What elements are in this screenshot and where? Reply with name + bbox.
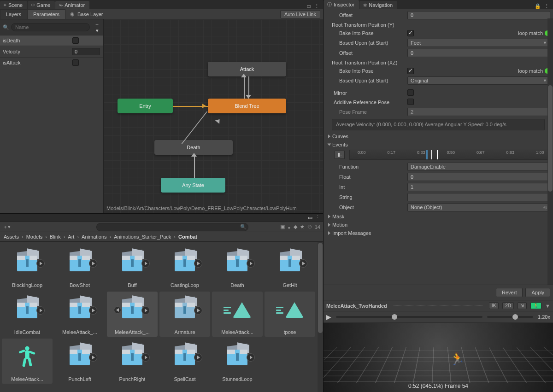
eye-icon[interactable]: ◉ — [70, 11, 75, 17]
parameter-row[interactable]: isDeath — [0, 35, 103, 46]
crumb[interactable]: Combat — [178, 234, 197, 240]
tab-animator[interactable]: ↬Animator — [55, 1, 89, 9]
tab-navigation[interactable]: ✲Navigation — [359, 1, 397, 9]
asset-item[interactable]: BowShot — [54, 245, 105, 290]
bake-checkbox[interactable] — [407, 68, 414, 74]
pivot-icon[interactable]: ⇲ — [518, 302, 527, 309]
project-scrollbar[interactable] — [318, 242, 323, 392]
menu-icon[interactable]: ⋮ — [313, 3, 320, 9]
project-grid[interactable]: BlockingLoopBowShotBuffCastingLoopDeathG… — [0, 242, 323, 392]
based-upon-select[interactable]: Feet▼ — [407, 39, 550, 47]
event-marker-selected[interactable] — [437, 150, 438, 159]
based-upon-select[interactable]: Original▼ — [407, 76, 550, 85]
event-marker[interactable] — [431, 150, 432, 159]
asset-item[interactable]: SpellCast — [159, 339, 210, 384]
preview-viewport[interactable]: 🏃 0:52 (045.1%) Frame 54 — [324, 323, 553, 392]
play-badge-icon[interactable] — [141, 306, 150, 315]
tab-inspector[interactable]: ⓘInspector — [324, 0, 359, 9]
asset-item[interactable]: MeleeAttack_... — [54, 292, 105, 337]
ik-toggle[interactable]: IK — [489, 302, 499, 309]
project-add-button[interactable]: ＋▾ — [3, 223, 11, 230]
menu-icon[interactable]: ⋮ — [543, 3, 550, 9]
additive-checkbox[interactable] — [407, 99, 414, 105]
asset-item[interactable]: tpose — [265, 292, 315, 337]
popout-icon[interactable]: ▭ — [306, 3, 312, 9]
favorite-icon[interactable]: ★ — [300, 224, 305, 230]
tab-game[interactable]: ፨Game — [28, 1, 55, 9]
asset-item[interactable]: MeleeAttack... — [2, 339, 53, 384]
crumb[interactable]: Assets — [4, 234, 19, 240]
play-badge-icon[interactable] — [247, 259, 255, 268]
parameter-bool-toggle[interactable] — [72, 59, 79, 66]
crumb[interactable]: Models — [26, 234, 42, 240]
asset-item[interactable]: CastingLoop — [159, 245, 210, 290]
collapse-icon[interactable] — [114, 306, 121, 314]
menu-icon[interactable]: ⋮ — [315, 215, 320, 221]
foldout-mask[interactable]: Mask — [326, 212, 550, 221]
project-search-input[interactable] — [96, 223, 248, 231]
chevron-down-icon[interactable]: ▼ — [545, 303, 550, 309]
bake-checkbox[interactable] — [407, 30, 414, 36]
animator-tab-layers[interactable]: Layers — [0, 9, 27, 19]
asset-item[interactable]: BlockingLoop — [2, 245, 53, 290]
state-node-attack[interactable]: Attack — [208, 62, 286, 76]
event-timeline[interactable]: 0:00 0:17 0:33 0:50 0:67 0:83 1:00 — [349, 150, 548, 160]
play-badge-icon[interactable] — [194, 306, 202, 315]
preview-scrubber[interactable] — [336, 316, 482, 318]
play-badge-icon[interactable] — [141, 259, 150, 268]
auto-live-link-button[interactable]: Auto Live Link — [280, 10, 320, 18]
asset-item[interactable]: Armature — [159, 292, 210, 337]
asset-item[interactable]: StunnedLoop — [212, 339, 263, 384]
function-input[interactable] — [407, 163, 550, 171]
tab-scene[interactable]: ⌗Scene — [0, 1, 27, 9]
mirror-checkbox[interactable] — [407, 89, 414, 96]
play-badge-icon[interactable] — [141, 353, 150, 362]
state-node-any[interactable]: Any State — [161, 178, 225, 193]
animator-tab-parameters[interactable]: Parameters — [27, 9, 65, 19]
play-badge-icon[interactable] — [247, 353, 255, 362]
revert-button[interactable]: Revert — [496, 288, 523, 297]
asset-item[interactable]: Death — [212, 245, 263, 290]
foldout-events[interactable]: Events — [326, 140, 550, 149]
int-input[interactable] — [407, 183, 550, 191]
parameter-bool-toggle[interactable] — [72, 37, 79, 44]
play-badge-icon[interactable] — [194, 353, 202, 362]
object-field[interactable]: None (Object)◎ — [407, 203, 550, 211]
play-badge-icon[interactable] — [299, 259, 307, 268]
asset-item[interactable]: IdleCombat — [2, 292, 53, 337]
asset-item[interactable]: GetHit — [265, 245, 315, 290]
lock-icon[interactable]: 🔒 — [534, 3, 542, 9]
play-badge-icon[interactable] — [36, 259, 45, 268]
float-input[interactable] — [407, 173, 550, 181]
parameter-row[interactable]: isAttack — [0, 58, 103, 68]
animator-layer-name[interactable]: Base Layer — [77, 12, 103, 17]
parameter-row[interactable]: Velocity — [0, 46, 103, 58]
asset-item[interactable]: MeleeAttack... — [212, 292, 263, 337]
string-input[interactable] — [407, 193, 550, 201]
offset-input[interactable] — [407, 49, 550, 57]
filter-icon[interactable]: ▣ — [280, 224, 285, 230]
preview-speed-slider[interactable] — [487, 316, 533, 318]
preview-play-button[interactable]: ▶ — [326, 313, 331, 321]
add-event-button[interactable]: ▮. — [335, 151, 345, 159]
hidden-toggle[interactable]: ⦵ — [307, 224, 312, 230]
crumb[interactable]: Blink — [50, 234, 61, 240]
animator-graph[interactable]: Attack Blend Tree Entry Death Any State — [103, 19, 323, 213]
parameter-number-input[interactable] — [72, 48, 100, 55]
avatar-icon[interactable]: 🚶 — [530, 302, 541, 309]
object-picker-icon[interactable]: ◎ — [543, 205, 547, 210]
type-icon[interactable]: ◆ — [294, 224, 297, 230]
play-badge-icon[interactable] — [89, 353, 97, 362]
offset-input[interactable] — [407, 11, 550, 19]
play-badge-icon[interactable] — [89, 306, 97, 315]
crumb[interactable]: Animations — [82, 234, 106, 240]
apply-button[interactable]: Apply — [525, 288, 550, 297]
foldout-motion[interactable]: Motion — [326, 221, 550, 229]
crumb[interactable]: Animations_Starter_Pack — [114, 234, 171, 240]
foldout-curves[interactable]: Curves — [326, 132, 550, 140]
state-node-entry[interactable]: Entry — [118, 99, 173, 113]
crumb[interactable]: Art — [68, 234, 74, 240]
event-marker[interactable] — [426, 150, 428, 159]
add-parameter-button[interactable]: ＋▾ — [92, 21, 100, 34]
asset-item[interactable]: PunchRight — [107, 339, 158, 384]
